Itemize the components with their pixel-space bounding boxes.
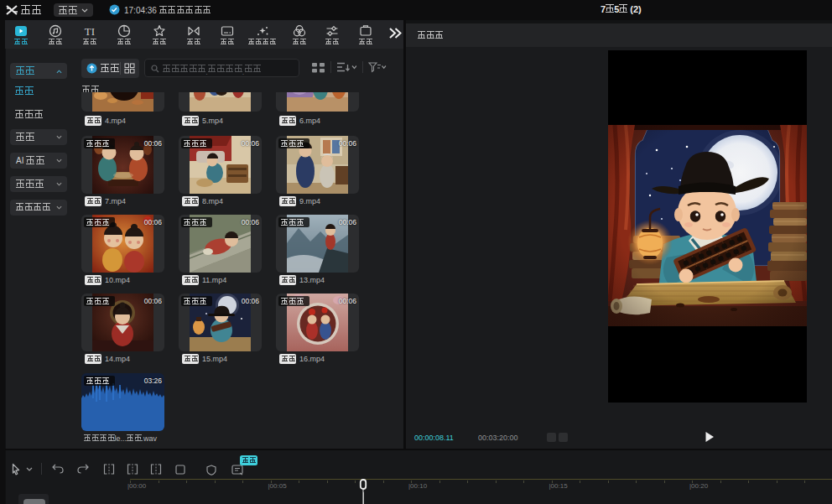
svg-text:TI: TI xyxy=(85,25,95,38)
